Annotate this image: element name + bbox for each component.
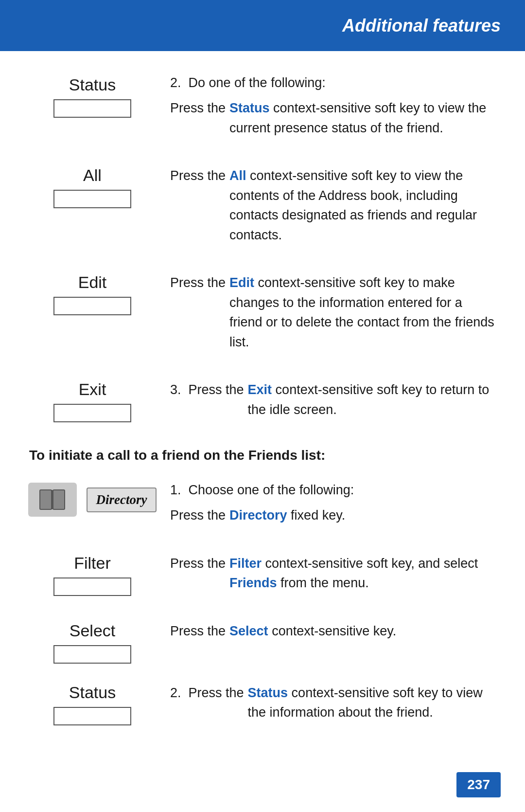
exit-label: Exit bbox=[79, 380, 106, 399]
filter-row: Filter Press the Filter context-sensitiv… bbox=[29, 554, 496, 602]
press-label-select: Press the bbox=[170, 621, 226, 641]
select-label: Select bbox=[70, 621, 116, 640]
press-label-2: Press the bbox=[170, 166, 226, 245]
select-desc-col: Press the Select context-sensitive key. bbox=[156, 621, 496, 650]
section-heading: To initiate a call to a friend on the Fr… bbox=[29, 448, 496, 463]
exit-key-word: Exit bbox=[248, 382, 272, 397]
press-label-1: Press the bbox=[170, 98, 226, 138]
edit-row: Edit Press the Edit context-sensitive so… bbox=[29, 273, 496, 361]
filter-key-col: Filter bbox=[29, 554, 156, 596]
press-label-filter: Press the bbox=[170, 554, 226, 593]
all-bullet: Press the All context-sensitive soft key… bbox=[170, 166, 496, 245]
svg-rect-0 bbox=[40, 490, 52, 509]
edit-key-col: Edit bbox=[29, 273, 156, 315]
directory-key-word: Directory bbox=[229, 508, 287, 523]
main-content: Status 2. Do one of the following: Press… bbox=[0, 51, 525, 780]
directory-desc-col: 1. Choose one of the following: Press th… bbox=[156, 483, 496, 534]
exit-row: Exit 3. Press the Exit context-sensitive… bbox=[29, 380, 496, 428]
edit-key-box bbox=[53, 297, 131, 315]
filter-key-word: Filter bbox=[229, 556, 262, 571]
select-bullet: Press the Select context-sensitive key. bbox=[170, 621, 496, 641]
status-bullet: Press the Status context-sensitive soft … bbox=[170, 98, 496, 138]
directory-row: Directory 1. Choose one of the following… bbox=[29, 483, 496, 534]
directory-bullet: Press the Directory fixed key. bbox=[170, 505, 496, 525]
status2-item-desc: Status context-sensitive soft key to vie… bbox=[248, 683, 496, 722]
select-row: Select Press the Select context-sensitiv… bbox=[29, 621, 496, 664]
select-key-box bbox=[53, 645, 131, 664]
filter-desc-col: Press the Filter context-sensitive soft … bbox=[156, 554, 496, 602]
status-label: Status bbox=[69, 75, 116, 94]
filter-label: Filter bbox=[74, 554, 111, 573]
directory-button[interactable]: Directory bbox=[87, 487, 157, 512]
press-label-3: Press the bbox=[170, 273, 226, 352]
page-header: Additional features bbox=[0, 0, 525, 51]
status-row: Status 2. Do one of the following: Press… bbox=[29, 75, 496, 146]
all-key-col: All bbox=[29, 166, 156, 208]
press-label-dir: Press the bbox=[170, 505, 226, 525]
friends-key-word: Friends bbox=[229, 576, 277, 590]
filter-bullet: Press the Filter context-sensitive soft … bbox=[170, 554, 496, 593]
status-key-box bbox=[53, 99, 131, 118]
directory-key-col: Directory bbox=[29, 483, 156, 521]
edit-label: Edit bbox=[78, 273, 107, 292]
all-key-word: All bbox=[229, 168, 246, 183]
edit-key-word: Edit bbox=[229, 275, 254, 290]
select-key-word: Select bbox=[229, 624, 268, 638]
step2-intro: 2. Do one of the following: bbox=[170, 75, 496, 90]
filter-item-desc: Filter context-sensitive soft key, and s… bbox=[229, 554, 496, 593]
directory-icons-row: Directory bbox=[28, 483, 157, 517]
select-item-desc: Select context-sensitive key. bbox=[229, 621, 496, 641]
edit-item-desc: Edit context-sensitive soft key to make … bbox=[229, 273, 496, 352]
edit-bullet: Press the Edit context-sensitive soft ke… bbox=[170, 273, 496, 352]
status2-key-box bbox=[53, 707, 131, 725]
all-desc-col: Press the All context-sensitive soft key… bbox=[156, 166, 496, 253]
status-key-col: Status bbox=[29, 75, 156, 118]
edit-desc-col: Press the Edit context-sensitive soft ke… bbox=[156, 273, 496, 361]
exit-key-col: Exit bbox=[29, 380, 156, 422]
exit-item-desc: Exit context-sensitive soft key to retur… bbox=[248, 380, 496, 419]
press-label-4: 3. Press the bbox=[170, 380, 244, 419]
status-key-word: Status bbox=[229, 101, 270, 115]
page-title: Additional features bbox=[342, 16, 501, 36]
step1-intro: 1. Choose one of the following: bbox=[170, 483, 496, 498]
status2-row: Status 2. Press the Status context-sensi… bbox=[29, 683, 496, 731]
all-key-box bbox=[53, 190, 131, 208]
all-item-desc: All context-sensitive soft key to view t… bbox=[229, 166, 496, 245]
status-item-desc: Status context-sensitive soft key to vie… bbox=[229, 98, 496, 138]
svg-rect-1 bbox=[53, 490, 65, 509]
status2-key-col: Status bbox=[29, 683, 156, 725]
status2-label: Status bbox=[69, 683, 116, 702]
filter-key-box bbox=[53, 577, 131, 596]
select-key-col: Select bbox=[29, 621, 156, 664]
status2-bullet: 2. Press the Status context-sensitive so… bbox=[170, 683, 496, 722]
exit-bullet: 3. Press the Exit context-sensitive soft… bbox=[170, 380, 496, 419]
all-label: All bbox=[83, 166, 102, 185]
status2-key-word: Status bbox=[248, 686, 288, 700]
directory-item-desc: Directory fixed key. bbox=[229, 505, 496, 525]
status2-desc-col: 2. Press the Status context-sensitive so… bbox=[156, 683, 496, 731]
page-number: 237 bbox=[456, 772, 501, 797]
press-label-status2: 2. Press the bbox=[170, 683, 244, 722]
all-row: All Press the All context-sensitive soft… bbox=[29, 166, 496, 253]
book-icon bbox=[28, 483, 77, 517]
status-desc-col: 2. Do one of the following: Press the St… bbox=[156, 75, 496, 146]
exit-desc-col: 3. Press the Exit context-sensitive soft… bbox=[156, 380, 496, 428]
exit-key-box bbox=[53, 404, 131, 422]
